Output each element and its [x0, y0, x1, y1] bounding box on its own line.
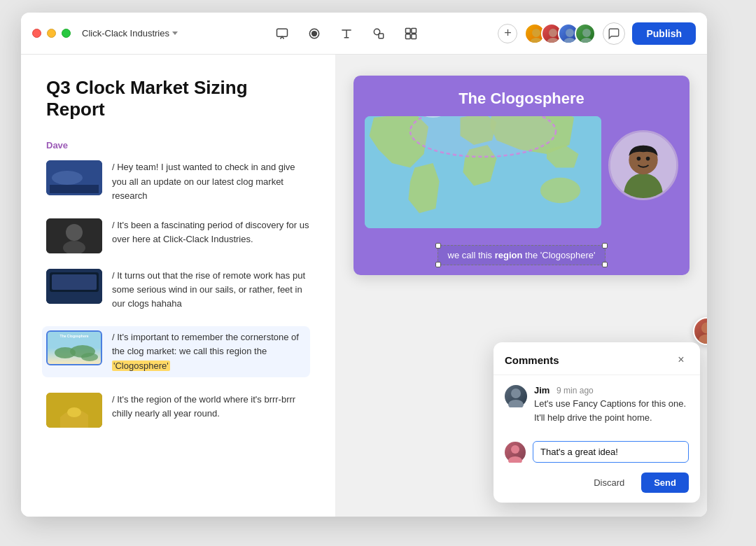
svg-point-15: [582, 29, 591, 37]
svg-point-33: [540, 178, 580, 203]
reply-row: [493, 441, 700, 472]
svg-point-2: [312, 31, 316, 36]
script-thumb-2: [46, 218, 102, 253]
script-panel: Q3 Clock Market Sizing Report Dave / Hey…: [21, 55, 336, 517]
svg-point-41: [699, 335, 707, 346]
caption-post: the 'Clogosphere': [522, 250, 595, 260]
commenter-avatar-jim: [505, 385, 527, 407]
svg-rect-19: [50, 185, 99, 193]
svg-rect-8: [412, 34, 416, 38]
close-window-button[interactable]: [32, 29, 41, 38]
toolbar-icons: [195, 24, 498, 43]
svg-point-12: [547, 38, 559, 44]
svg-point-28: [81, 353, 98, 361]
svg-point-43: [508, 400, 524, 407]
script-text-2: / It's been a fascinating period of disc…: [112, 218, 310, 246]
toolbar-right: +: [498, 22, 696, 45]
reply-avatar: [505, 442, 526, 463]
collaborator-avatars: [524, 23, 596, 44]
script-item-3[interactable]: / It turns out that the rise of remote w…: [46, 269, 310, 311]
content-area: Q3 Clock Market Sizing Report Dave / Hey…: [21, 55, 707, 517]
script-text-1: / Hey team! I just wanted to check in an…: [112, 160, 310, 202]
svg-rect-4: [379, 34, 384, 38]
slide-panel: The Clogosphere: [336, 55, 707, 517]
comment-author: Jim: [534, 385, 550, 396]
maximize-window-button[interactable]: [62, 29, 71, 38]
script-item-1[interactable]: / Hey team! I just wanted to check in an…: [46, 160, 310, 202]
caption-bold: region: [495, 250, 523, 260]
comment-row: Jim 9 min ago Let's use Fancy Captions f…: [505, 385, 689, 424]
app-name[interactable]: Click-Clack Industries: [82, 28, 178, 38]
svg-rect-0: [276, 29, 287, 36]
send-button[interactable]: Send: [641, 472, 689, 493]
slide-title: The Clogosphere: [354, 76, 690, 116]
publish-button[interactable]: Publish: [632, 22, 696, 45]
svg-point-10: [530, 38, 542, 44]
slide-map: [365, 116, 601, 228]
script-text-3: / It turns out that the rise of remote w…: [112, 269, 310, 311]
script-item-2[interactable]: / It's been a fascinating period of disc…: [46, 218, 310, 253]
script-thumb-5: [46, 393, 102, 428]
svg-rect-25: [52, 274, 97, 290]
svg-point-45: [508, 456, 522, 463]
slide-content: [354, 116, 690, 239]
avatar-4[interactable]: [575, 23, 596, 44]
svg-point-11: [549, 29, 557, 37]
text-icon[interactable]: [337, 24, 356, 43]
svg-point-13: [566, 29, 574, 37]
present-icon[interactable]: [272, 24, 292, 43]
svg-point-38: [637, 157, 641, 161]
script-thumb-3: [46, 269, 102, 304]
comment-time: 9 min ago: [556, 386, 594, 396]
reply-input[interactable]: [533, 441, 689, 463]
author-label: Dave: [46, 140, 310, 150]
comment-text: Let's use Fancy Captions for this one. I…: [534, 397, 689, 424]
svg-point-18: [52, 171, 83, 185]
discard-button[interactable]: Discard: [584, 472, 634, 493]
svg-point-42: [511, 388, 521, 398]
svg-rect-7: [405, 34, 410, 38]
floating-user-avatar: [693, 317, 707, 345]
comment-body: Jim 9 min ago Let's use Fancy Captions f…: [493, 375, 700, 441]
svg-point-16: [580, 38, 593, 44]
minimize-window-button[interactable]: [47, 29, 56, 38]
comments-header: Comments ×: [493, 342, 700, 375]
script-text-5: / It's the region of the world where it'…: [112, 393, 310, 421]
main-window: Click-Clack Industries: [21, 13, 707, 517]
close-comments-button[interactable]: ×: [673, 352, 689, 368]
svg-point-30: [67, 407, 81, 417]
record-icon[interactable]: [304, 24, 324, 43]
script-item-5[interactable]: / It's the region of the world where it'…: [46, 393, 310, 428]
svg-point-39: [646, 157, 650, 161]
document-title: Q3 Clock Market Sizing Report: [46, 77, 310, 120]
add-button[interactable]: +: [498, 24, 517, 43]
svg-point-9: [532, 29, 540, 37]
svg-rect-6: [412, 28, 416, 33]
caption-box[interactable]: we call this region the 'Clogosphere': [438, 245, 606, 265]
svg-rect-5: [405, 28, 410, 33]
svg-point-44: [511, 445, 519, 454]
comments-title: Comments: [505, 354, 559, 366]
caption-pre: we call this: [448, 250, 495, 260]
comment-meta: Jim 9 min ago Let's use Fancy Captions f…: [534, 385, 689, 424]
comments-panel: Comments × Jim 9 min ago: [493, 342, 700, 503]
script-thumb-1: [46, 160, 102, 195]
slide-person: [608, 130, 678, 200]
grid-icon[interactable]: [401, 24, 421, 43]
chat-icon[interactable]: [603, 22, 625, 45]
comments-footer: Discard Send: [493, 472, 700, 503]
window-controls: [32, 29, 71, 38]
script-thumb-4: The Clogosphere: [46, 330, 102, 365]
svg-point-40: [701, 322, 707, 333]
slide-caption-area[interactable]: we call this region the 'Clogosphere': [354, 239, 690, 275]
script-text-4: / It's important to remember the corners…: [112, 330, 306, 372]
svg-point-14: [564, 38, 576, 44]
chevron-down-icon: [172, 31, 178, 35]
svg-point-21: [66, 224, 83, 241]
script-item-4[interactable]: The Clogosphere / It's important to reme…: [42, 326, 310, 377]
titlebar: Click-Clack Industries: [21, 13, 707, 55]
shapes-icon[interactable]: [369, 24, 388, 43]
slide: The Clogosphere: [354, 76, 690, 275]
